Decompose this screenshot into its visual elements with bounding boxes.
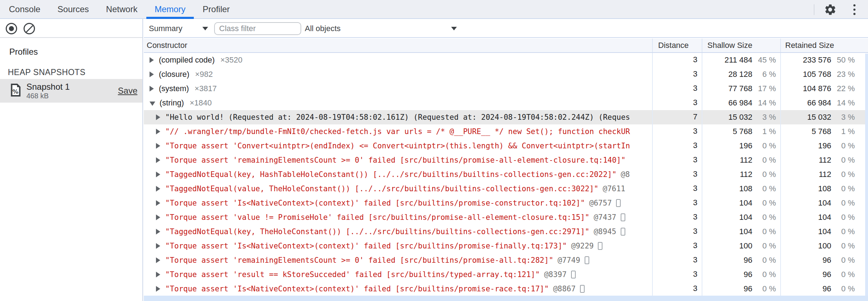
shallow-size-percent: 0 % [752,184,776,193]
expand-arrow-icon[interactable] [156,286,160,292]
table-row[interactable]: (compiled code)×3520 3 211 484 45 % 233 … [144,53,868,67]
table-row[interactable]: "Hello world! (Requested at: 2024-08-19T… [144,110,868,124]
retained-size-cell: 104 0 % [780,210,868,224]
reveal-box-icon[interactable] [616,199,621,207]
retained-size-cell: 104 0 % [780,224,868,239]
retained-size-cell: 15 032 3 % [780,110,868,124]
toolbar-divider [814,4,814,15]
expand-arrow-icon[interactable] [150,57,154,63]
expand-arrow-icon[interactable] [156,243,160,249]
tab-label: Profiler [203,4,230,14]
table-row[interactable]: "Torque assert 'Convert<uintptr>(endInde… [144,139,868,153]
shallow-size-cell: 77 768 17 % [702,82,780,96]
reveal-box-icon[interactable] [621,228,625,236]
record-heap-snapshot-icon[interactable] [6,23,17,34]
retained-size-percent: 0 % [831,184,855,193]
expand-arrow-icon[interactable] [156,214,160,220]
constructor-cell: "Torque assert 'result == kStoreSucceded… [144,267,652,282]
shallow-size-value: 66 984 [702,98,752,108]
table-row[interactable]: "TaggedNotEqual(key, HashTableHoleConsta… [144,167,868,182]
table-row[interactable]: "TaggedNotEqual(key, TheHoleConstant()) … [144,224,868,239]
retained-size-percent: 0 % [831,284,855,293]
group-entry: (system)×3817 [159,84,217,93]
retained-size-value: 105 768 [781,70,831,79]
table-row[interactable]: (string)×1840 3 66 984 14 % 66 984 14 % [144,96,868,110]
distance-value: 3 [652,96,702,110]
expand-arrow-icon[interactable] [150,86,154,92]
column-header-distance[interactable]: Distance [652,39,702,52]
constructor-cell: "Torque assert 'value != PromiseHole' fa… [144,210,652,224]
more-options-icon[interactable] [847,3,862,17]
reveal-box-icon[interactable] [598,242,602,250]
shallow-size-cell: 108 0 % [702,182,780,196]
devtools-memory-panel: Console Sources Network Memory Profiler … [0,0,868,301]
string-entry: "TaggedNotEqual(key, HashTableHoleConsta… [165,170,630,179]
retained-size-cell: 96 0 % [780,253,868,267]
tab-profiler[interactable]: Profiler [195,0,238,18]
group-entry: (compiled code)×3520 [159,55,242,65]
object-context-select[interactable]: All objects [305,19,457,38]
expand-arrow-icon[interactable] [156,200,160,206]
expand-arrow-icon[interactable] [156,129,160,134]
constructor-cell: "Torque assert 'Is<NativeContext>(contex… [144,282,652,296]
table-row[interactable]: "Torque assert 'Is<NativeContext>(contex… [144,196,868,210]
profiles-sidebar: Profiles HEAP SNAPSHOTS % Snapshot 1 468… [0,19,143,301]
tab-console[interactable]: Console [1,0,49,18]
reveal-box-icon[interactable] [621,213,625,221]
expand-arrow-icon[interactable] [156,229,160,235]
shallow-size-value: 5 768 [702,127,752,136]
distance-value: 3 [652,67,702,82]
reveal-box-icon[interactable] [571,271,576,278]
table-row[interactable]: "Torque assert 'result == kStoreSucceded… [144,267,868,282]
retained-size-percent: 22 % [831,84,855,93]
scrollbar-gutter[interactable] [865,54,868,301]
table-row[interactable]: "// .wrangler/tmp/bundle-FmNIt0/checked-… [144,124,868,139]
expand-arrow-icon[interactable] [156,114,160,120]
table-row[interactable]: "TaggedNotEqual(value, TheHoleConstant()… [144,182,868,196]
svg-text:%: % [12,88,19,95]
tab-sources[interactable]: Sources [49,0,97,18]
tab-network[interactable]: Network [98,0,146,18]
shallow-size-value: 108 [702,184,752,193]
table-row[interactable]: (system)×3817 3 77 768 17 % 104 876 22 % [144,82,868,96]
retained-size-percent: 0 % [831,170,855,179]
reveal-box-icon[interactable] [580,285,585,293]
save-snapshot-link[interactable]: Save [118,86,137,96]
clear-profiles-icon[interactable] [24,23,35,34]
table-row[interactable]: "Torque assert 'Is<NativeContext>(contex… [144,282,868,296]
tab-memory[interactable]: Memory [146,0,194,18]
table-row[interactable]: "Torque assert 'Is<NativeContext>(contex… [144,239,868,253]
reveal-box-icon[interactable] [585,256,589,264]
constructor-name: (string) [160,98,184,107]
table-row[interactable]: "Torque assert 'remainingElementsCount >… [144,253,868,267]
table-row[interactable]: "Torque assert 'remainingElementsCount >… [144,153,868,167]
expand-arrow-icon[interactable] [156,186,160,192]
table-row[interactable]: (closure)×982 3 28 128 6 % 105 768 23 % [144,67,868,82]
sidebar-item-snapshot-1[interactable]: % Snapshot 1 468 kB Save [0,79,142,103]
heap-snapshot-toolbar: Summary All objects [144,19,868,38]
expand-arrow-icon[interactable] [156,257,160,263]
expand-arrow-icon[interactable] [156,143,160,149]
string-value: "Torque assert 'remainingElementsCount >… [165,256,553,265]
expand-arrow-icon[interactable] [150,71,154,77]
profiles-sidebar-toolbar [0,19,142,38]
constructor-cell: "TaggedNotEqual(value, TheHoleConstant()… [144,182,652,196]
expand-arrow-icon[interactable] [156,157,160,163]
tabbar-right-controls [814,0,868,19]
expand-arrow-icon[interactable] [156,272,160,277]
retained-size-cell: 5 768 1 % [780,124,868,139]
expand-arrow-icon[interactable] [156,172,160,177]
retained-size-cell: 96 0 % [780,267,868,282]
heap-snapshot-icon: % [10,83,21,98]
column-header-shallow-size[interactable]: Shallow Size [702,39,780,52]
class-filter-input[interactable] [214,22,301,35]
constructor-cell: "TaggedNotEqual(key, HashTableHoleConsta… [144,167,652,182]
column-header-constructor[interactable]: Constructor [144,41,652,50]
constructor-cell: "TaggedNotEqual(key, TheHoleConstant()) … [144,224,652,239]
table-row[interactable]: "Torque assert 'value != PromiseHole' fa… [144,210,868,224]
expand-arrow-icon[interactable] [150,102,155,106]
settings-gear-icon[interactable] [823,3,837,17]
constructor-name: (system) [159,84,189,93]
perspective-select[interactable]: Summary [149,19,208,38]
column-header-retained-size[interactable]: Retained Size [780,39,868,52]
